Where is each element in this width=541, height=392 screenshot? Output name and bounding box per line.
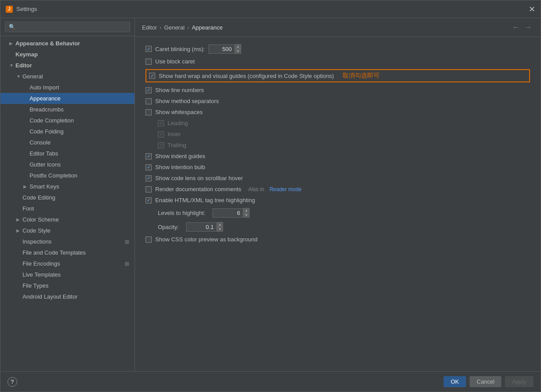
settings-dialog: J Settings ✕ ▶ Appearance & Behavior: [0, 0, 541, 392]
nav-forward-button[interactable]: →: [523, 22, 534, 32]
nav-back-button[interactable]: ←: [511, 22, 521, 32]
footer: ? OK Cancel Apply: [0, 371, 541, 392]
show-whitespaces-checkbox[interactable]: [146, 109, 152, 115]
caret-blinking-row: Caret blinking (ms): ▲ ▼: [146, 44, 530, 54]
show-method-separators-checkbox[interactable]: [146, 98, 152, 104]
sidebar: ▶ Appearance & Behavior Keymap ▼ Editor: [0, 18, 135, 371]
leading-checkbox[interactable]: [158, 120, 164, 126]
sidebar-item-code-editing[interactable]: Code Editing: [0, 192, 134, 203]
breadcrumb-sep-1: ›: [160, 24, 161, 31]
show-hard-wrap-checkbox[interactable]: [149, 73, 155, 79]
sidebar-item-smart-keys[interactable]: ▶ Smart Keys: [0, 181, 134, 192]
caret-blinking-input[interactable]: [209, 44, 235, 54]
sidebar-item-file-encodings[interactable]: File Encodings ⊞: [0, 258, 134, 269]
show-css-color-checkbox[interactable]: [146, 237, 152, 243]
sidebar-label-smart-keys: Smart Keys: [30, 183, 59, 190]
sidebar-item-code-folding[interactable]: Code Folding: [0, 126, 134, 137]
sidebar-item-font[interactable]: Font: [0, 203, 134, 214]
cancel-button[interactable]: Cancel: [470, 376, 501, 387]
pin-icon: ⊞: [125, 239, 129, 245]
also-in-label: Also in: [248, 186, 264, 192]
sidebar-item-editor[interactable]: ▼ Editor: [0, 60, 134, 71]
levels-spinner-down[interactable]: ▼: [243, 213, 250, 218]
close-button[interactable]: ✕: [529, 5, 535, 13]
title-bar: J Settings ✕: [0, 0, 541, 18]
opacity-spinner: ▲ ▼: [186, 222, 223, 232]
sidebar-item-live-templates[interactable]: Live Templates: [0, 269, 134, 280]
sidebar-item-file-types[interactable]: File Types: [0, 280, 134, 291]
show-line-numbers-label: Show line numbers: [155, 87, 204, 93]
render-documentation-row: Render documentation comments Also in Re…: [146, 186, 530, 192]
spinner-up-button[interactable]: ▲: [235, 44, 241, 49]
levels-spinner-up[interactable]: ▲: [243, 208, 250, 213]
show-css-color-label: Show CSS color preview as background: [155, 236, 257, 243]
enable-html-xml-checkbox[interactable]: [146, 197, 152, 203]
apply-button[interactable]: Apply: [505, 376, 534, 387]
opacity-input[interactable]: [186, 222, 217, 232]
show-method-separators-row: Show method separators: [146, 98, 530, 104]
levels-highlight-input[interactable]: [213, 208, 243, 218]
leading-row: Leading: [158, 120, 530, 126]
sidebar-item-general[interactable]: ▼ General: [0, 71, 134, 82]
show-hard-wrap-row: Show hard wrap and visual guides (config…: [146, 69, 530, 82]
use-block-caret-checkbox[interactable]: [146, 59, 152, 65]
show-code-lens-label: Show code lens on scrollbar hover: [155, 175, 243, 181]
show-code-lens-checkbox[interactable]: [146, 175, 152, 181]
caret-blinking-label: Caret blinking (ms):: [155, 46, 205, 52]
inner-checkbox[interactable]: [158, 131, 164, 137]
caret-blinking-checkbox[interactable]: [146, 46, 152, 52]
show-line-numbers-checkbox[interactable]: [146, 87, 152, 93]
levels-spinner-buttons: ▲ ▼: [243, 208, 250, 218]
show-whitespaces-label: Show whitespaces: [155, 109, 203, 115]
trailing-checkbox[interactable]: [158, 142, 164, 148]
use-block-caret-row: Use block caret: [146, 58, 530, 65]
reader-mode-link[interactable]: Reader mode: [269, 186, 302, 192]
sidebar-item-color-scheme[interactable]: ▶ Color Scheme: [0, 214, 134, 225]
sidebar-item-code-style[interactable]: ▶ Code Style: [0, 225, 134, 236]
sidebar-item-editor-tabs[interactable]: Editor Tabs: [0, 148, 134, 159]
sidebar-label-appearance-behavior: Appearance & Behavior: [15, 40, 80, 47]
enable-html-xml-label: Enable HTML/XML tag tree highlighting: [155, 197, 255, 203]
sidebar-item-code-completion[interactable]: Code Completion: [0, 115, 134, 126]
nav-arrows: ← →: [511, 22, 534, 32]
sidebar-item-console[interactable]: Console: [0, 137, 134, 148]
search-input[interactable]: [5, 22, 130, 32]
sidebar-label-console: Console: [30, 139, 51, 146]
help-button[interactable]: ?: [7, 377, 17, 387]
opacity-spinner-up[interactable]: ▲: [217, 222, 223, 227]
sidebar-item-breadcrumbs[interactable]: Breadcrumbs: [0, 104, 134, 115]
sidebar-item-file-code-templates[interactable]: File and Code Templates: [0, 247, 134, 258]
search-bar: [0, 18, 134, 36]
spinner-down-button[interactable]: ▼: [235, 49, 241, 54]
arrow-icon: ▶: [16, 217, 22, 222]
sidebar-label-file-code-templates: File and Code Templates: [22, 249, 86, 256]
use-block-caret-label: Use block caret: [155, 58, 195, 65]
sidebar-item-appearance[interactable]: Appearance: [0, 93, 134, 104]
caret-blinking-spinner: ▲ ▼: [209, 44, 241, 54]
show-line-numbers-row: Show line numbers: [146, 87, 530, 93]
sidebar-label-keymap: Keymap: [15, 51, 38, 58]
opacity-spinner-down[interactable]: ▼: [217, 227, 223, 232]
sidebar-item-auto-import[interactable]: Auto Import: [0, 82, 134, 93]
sidebar-label-gutter-icons: Gutter Icons: [30, 161, 61, 168]
ok-button[interactable]: OK: [444, 376, 466, 387]
render-documentation-checkbox[interactable]: [146, 186, 152, 192]
sidebar-item-postfix-completion[interactable]: Postfix Completion: [0, 170, 134, 181]
leading-label: Leading: [168, 120, 188, 126]
show-intention-bulb-checkbox[interactable]: [146, 164, 152, 170]
sidebar-item-inspections[interactable]: Inspections ⊞: [0, 236, 134, 247]
sidebar-item-appearance-behavior[interactable]: ▶ Appearance & Behavior: [0, 38, 134, 49]
sidebar-item-gutter-icons[interactable]: Gutter Icons: [0, 159, 134, 170]
sidebar-item-keymap[interactable]: Keymap: [0, 49, 134, 60]
show-indent-guides-checkbox[interactable]: [146, 153, 152, 159]
sidebar-label-android-layout-editor: Android Layout Editor: [22, 293, 78, 300]
sidebar-label-file-encodings: File Encodings: [22, 260, 60, 267]
arrow-icon: ▶: [16, 228, 22, 233]
breadcrumb-general: General: [164, 24, 184, 31]
show-css-color-row: Show CSS color preview as background: [146, 236, 530, 243]
show-intention-bulb-label: Show intention bulb: [155, 164, 205, 170]
sidebar-label-code-folding: Code Folding: [30, 128, 63, 135]
sidebar-label-file-types: File Types: [22, 282, 49, 289]
sidebar-item-android-layout-editor[interactable]: Android Layout Editor: [0, 291, 134, 302]
opacity-label: Opacity:: [158, 224, 179, 230]
